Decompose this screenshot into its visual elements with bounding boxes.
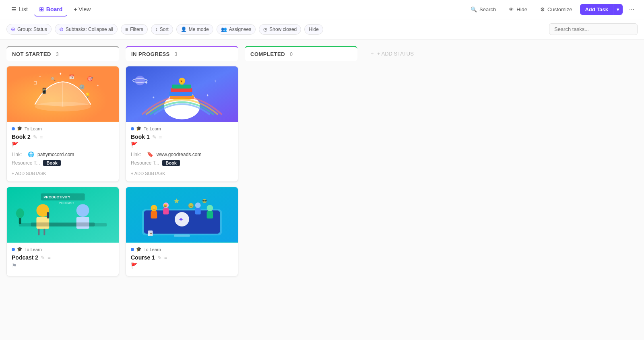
group-status-chip[interactable]: ⊛ Group: Status (6, 24, 52, 35)
svg-rect-38 (172, 84, 191, 89)
svg-text:✧: ✧ (214, 79, 217, 83)
svg-text:✦: ✦ (152, 96, 155, 99)
svg-text:🔍: 🔍 (51, 76, 56, 82)
assignees-icon: 👥 (221, 27, 227, 32)
column-header-in-progress: IN PROGRESS 3 (126, 46, 238, 61)
column-header-completed: COMPLETED 0 (245, 46, 357, 61)
card-podcast2[interactable]: PRODUCTIVITY PODCAST 🎓 To Learn Podcast … (6, 187, 119, 276)
me-mode-chip[interactable]: 👤 Me mode (176, 24, 213, 35)
svg-rect-20 (31, 223, 95, 227)
svg-rect-24 (43, 229, 45, 235)
hide-label: Hide (516, 6, 527, 12)
add-subtask-book2[interactable]: + ADD SUBTASK (12, 169, 114, 177)
svg-point-22 (16, 208, 24, 218)
assignees-label: Assignees (229, 27, 251, 32)
show-closed-label: Show closed (269, 27, 297, 32)
filters-chip[interactable]: ≡ Filters (121, 24, 148, 35)
add-task-dropdown[interactable]: ▾ (613, 4, 623, 15)
add-subtask-book1[interactable]: + ADD SUBTASK (131, 169, 233, 177)
customize-icon: ⚙ (540, 6, 545, 12)
show-closed-chip[interactable]: ◷ Show closed (259, 24, 301, 35)
svg-text:⚙️: ⚙️ (79, 84, 85, 90)
card-title-course1: Course 1 (131, 254, 155, 261)
svg-text:✦: ✦ (178, 216, 184, 223)
svg-text:✦: ✦ (59, 72, 62, 76)
edit-icon-book2[interactable]: ✎ (33, 134, 37, 140)
svg-point-59 (207, 205, 213, 211)
card-art-book2: 📱 ⚙️ 📅 🔍 💡 🗒 🎯 ✦ ✧ ✦ (7, 66, 119, 122)
svg-text:🎯: 🎯 (87, 76, 93, 82)
hide-button[interactable]: 👁 Hide (504, 4, 532, 15)
card-art-course1: ✦ 😊 😄 ☕ (126, 187, 238, 243)
column-title-not-started: NOT STARTED (12, 51, 51, 57)
assignees-chip[interactable]: 👥 Assignees (217, 24, 256, 35)
tab-view[interactable]: + View (69, 3, 95, 16)
filters-label: Filters (130, 27, 143, 32)
menu-icon-book2[interactable]: ≡ (40, 134, 43, 140)
svg-text:📱: 📱 (41, 87, 48, 94)
card-resource-book2: Resource T... Book (12, 160, 114, 166)
card-tag-book1: 🎓 To Learn (131, 126, 233, 131)
column-title-in-progress: IN PROGRESS (131, 51, 170, 57)
svg-text:PODCAST: PODCAST (59, 201, 74, 205)
card-course1[interactable]: ✦ 😊 😄 ☕ (126, 187, 238, 276)
top-nav: ☰ List ⊞ Board + View 🔍 Search 👁 Hide ⚙ … (0, 0, 644, 19)
card-tag-course1: 🎓 To Learn (131, 247, 233, 252)
board-label: Board (46, 6, 62, 12)
add-status-button[interactable]: ＋ + ADD STATUS (364, 46, 428, 61)
svg-text:✦: ✦ (206, 93, 209, 97)
tag-dot-course1 (131, 248, 134, 251)
card-flag-course1: 🚩 (131, 262, 233, 269)
card-link-book1: Link: 🔖 www.goodreads.com (131, 151, 233, 157)
menu-icon-book1[interactable]: ≡ (159, 134, 162, 140)
me-mode-label: Me mode (189, 27, 209, 32)
edit-icon-book1[interactable]: ✎ (152, 134, 157, 140)
tag-learn-icon: 🎓 (17, 126, 23, 131)
tag-learn-icon-book1: 🎓 (136, 126, 142, 131)
me-mode-icon: 👤 (181, 27, 187, 32)
svg-point-45 (135, 76, 145, 85)
customize-button[interactable]: ⚙ Customize (535, 4, 577, 15)
svg-rect-52 (174, 235, 190, 237)
more-options-button[interactable]: ⋯ (626, 4, 638, 15)
subtasks-chip[interactable]: ⊚ Subtasks: Collapse all (55, 24, 118, 35)
edit-icon-podcast2[interactable]: ✎ (41, 255, 45, 261)
sort-icon: ↕ (155, 27, 158, 32)
svg-text:😊: 😊 (152, 206, 157, 211)
card-tag-podcast2: 🎓 To Learn (12, 247, 114, 252)
svg-text:😊: 😊 (188, 202, 194, 208)
add-task-button[interactable]: Add Task (580, 4, 613, 15)
search-label: Search (479, 6, 496, 12)
card-book2[interactable]: 📱 ⚙️ 📅 🔍 💡 🗒 🎯 ✦ ✧ ✦ 🎓 To Lea (6, 66, 119, 182)
add-task-wrapper: Add Task ▾ (580, 4, 623, 15)
card-title-row-book1: Book 1 ✎ ≡ (131, 134, 233, 140)
card-title-row-course1: Course 1 ✎ ≡ (131, 254, 233, 261)
tab-board[interactable]: ⊞ Board (34, 3, 67, 16)
menu-icon-podcast2[interactable]: ≡ (47, 255, 51, 261)
column-count-completed: 0 (290, 52, 293, 57)
tab-list[interactable]: ☰ List (6, 3, 33, 16)
svg-text:😎: 😎 (202, 198, 207, 204)
card-resource-book1: Resource T... Book (131, 160, 233, 166)
edit-icon-course1[interactable]: ✎ (157, 255, 162, 261)
resource-badge-book1: Book (162, 160, 180, 166)
menu-icon-course1[interactable]: ≡ (164, 255, 167, 261)
svg-rect-37 (171, 88, 192, 92)
svg-text:✦: ✦ (97, 84, 99, 87)
svg-text:☕: ☕ (149, 232, 153, 236)
column-not-started: NOT STARTED 3 (6, 46, 119, 276)
svg-text:😄: 😄 (163, 204, 167, 208)
svg-text:⭐: ⭐ (174, 198, 180, 204)
card-title-book1: Book 1 (131, 134, 150, 140)
customize-label: Customize (547, 6, 572, 12)
view-label: + View (74, 6, 91, 12)
search-button[interactable]: 🔍 Search (466, 4, 501, 15)
add-status-label: + ADD STATUS (377, 51, 414, 57)
column-in-progress: IN PROGRESS 3 (126, 46, 238, 276)
card-title-book2: Book 2 (12, 134, 31, 140)
sort-chip[interactable]: ↕ Sort (151, 24, 173, 35)
search-tasks-input[interactable] (549, 23, 638, 35)
card-body-course1: 🎓 To Learn Course 1 ✎ ≡ 🚩 (126, 243, 238, 276)
hide-toolbar-chip[interactable]: Hide (304, 24, 323, 35)
card-book1[interactable]: ♥ ✦ ✧ ✦ ✦ (126, 66, 238, 182)
